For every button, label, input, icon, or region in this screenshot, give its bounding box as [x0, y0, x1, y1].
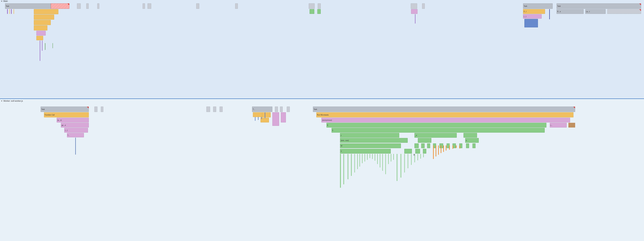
- main-right-f-l[interactable]: F...l: [523, 9, 545, 14]
- worker-tall-green-13: [375, 154, 375, 161]
- main-tick-9: [318, 4, 321, 9]
- worker-parens-1[interactable]: (...): [64, 128, 88, 132]
- worker-ft[interactable]: ft: [326, 123, 546, 128]
- main-right-blue-bar: [549, 9, 550, 19]
- worker-run-microtasks[interactable]: Run Microtasks: [316, 112, 574, 117]
- worker-ge-e[interactable]: ge...e: [61, 123, 89, 128]
- worker-blue-t-4: [265, 112, 265, 118]
- main-tick-2: [86, 4, 89, 9]
- main-tick-7: [235, 4, 238, 9]
- worker-tall-green-1: [340, 154, 341, 188]
- main-func-1[interactable]: [34, 9, 58, 14]
- worker-func-t-inner: [253, 112, 262, 117]
- worker-section-label: Worker: exif-worker.js: [4, 100, 23, 102]
- main-purple-bar-2: [42, 40, 42, 51]
- worker-tick-2: [101, 106, 103, 112]
- worker-tall-green-22: [400, 154, 401, 178]
- worker-collapse-icon: [1, 101, 2, 102]
- main-task-right-2[interactable]: Task: [556, 4, 641, 9]
- worker-parens-ft-label: (...: [550, 124, 552, 126]
- worker-orange-tall-10: [460, 146, 460, 148]
- it-label-area: It: [412, 149, 511, 161]
- it-label: It: [414, 154, 415, 156]
- worker-blue-bar: [75, 138, 76, 154]
- worker-anon-s[interactable]: (a...s): [57, 118, 89, 122]
- main-right-r-e[interactable]: R...e: [556, 9, 584, 14]
- worker-ft-label: ft: [327, 124, 328, 126]
- worker-f-dot[interactable]: f...: [67, 133, 84, 137]
- worker-tall-green-10: [367, 154, 368, 160]
- worker-purple-t: [272, 112, 279, 126]
- worker-anonymous[interactable]: (anonymous): [322, 118, 570, 122]
- worker-tick-6: [275, 106, 278, 112]
- worker-ano-ous-label: (ano...ous): [341, 140, 349, 142]
- main-green-right-1[interactable]: [310, 9, 314, 14]
- worker-ano-ous[interactable]: (ano...ous): [340, 138, 408, 143]
- worker-function-call[interactable]: Function Call: [44, 112, 89, 117]
- worker-v[interactable]: V: [340, 149, 391, 154]
- worker-ge-e-label: ge...e: [62, 124, 66, 126]
- worker-task-1-label: Task: [41, 108, 45, 110]
- worker-tall-green-7: [360, 154, 360, 166]
- main-task-right-1[interactable]: Task: [523, 4, 553, 9]
- main-bar-orange-1: [9, 9, 10, 14]
- worker-section-header[interactable]: Worker: exif-worker.js: [1, 100, 23, 102]
- worker-task-1[interactable]: Task: [40, 106, 89, 112]
- main-section-header[interactable]: Main: [1, 0, 8, 2]
- main-task-right-label-2: Task: [557, 5, 561, 7]
- worker-task-2-label: Task: [314, 108, 317, 110]
- worker-tall-green-17: [385, 154, 386, 174]
- worker-tick-8: [287, 106, 290, 112]
- worker-t-label: T...: [253, 108, 255, 110]
- worker-o[interactable]: o: [465, 138, 479, 143]
- worker-w[interactable]: W: [340, 144, 401, 148]
- main-tick-5: [148, 4, 151, 9]
- worker-z[interactable]: z: [340, 133, 399, 138]
- worker-w-sm-3: [427, 144, 430, 148]
- main-func-3[interactable]: [34, 20, 51, 25]
- worker-tall-green-4: [351, 154, 352, 176]
- worker-lt[interactable]: lt: [332, 128, 545, 132]
- main-task-block-1[interactable]: Task: [5, 4, 51, 9]
- worker-w-label: W: [341, 145, 342, 147]
- worker-tall-green-20: [393, 154, 394, 160]
- main-green-right-2[interactable]: [317, 9, 321, 14]
- main-right-extra: [607, 9, 641, 14]
- worker-orange-tall-9: [456, 146, 456, 148]
- worker-parens-1-label: (...): [65, 130, 68, 131]
- main-purple-1[interactable]: [36, 31, 46, 36]
- worker-t-block[interactable]: T...: [252, 106, 272, 112]
- worker-tall-green-8: [362, 154, 362, 163]
- main-func-4[interactable]: [34, 25, 47, 30]
- main-task-right-label-1: Task: [524, 5, 527, 7]
- main-purple-mid[interactable]: [411, 9, 418, 14]
- main-purple-mid-bar: [415, 14, 416, 24]
- worker-parens-ft[interactable]: (...: [550, 123, 567, 128]
- worker-v-sm-1: [404, 149, 412, 154]
- main-right-la-t[interactable]: La...t: [585, 9, 606, 14]
- worker-orange-tall-8: [452, 146, 453, 149]
- worker-tick-7: [280, 106, 283, 112]
- main-func-2[interactable]: [34, 14, 54, 20]
- worker-anon-s-label: (a...s): [57, 119, 62, 121]
- timeline-container: Main Task Task Task F...l: [0, 0, 644, 241]
- main-func-5[interactable]: [36, 36, 43, 40]
- worker-tall-green-19: [391, 154, 391, 162]
- worker-tick-3: [206, 106, 210, 112]
- main-right-blue[interactable]: [524, 19, 538, 28]
- main-bar-orange-2: [14, 9, 14, 14]
- main-collapse-icon: [1, 1, 2, 2]
- worker-green-sm-1: [464, 133, 477, 138]
- worker-v-label: V: [341, 150, 342, 152]
- worker-tall-green-14: [377, 154, 378, 164]
- worker-brown-block: [568, 123, 575, 128]
- worker-_e[interactable]: _e: [414, 133, 457, 138]
- main-bar-purple-2: [11, 9, 12, 14]
- worker-w-sm-2: [421, 144, 424, 148]
- main-right-parens[interactable]: (...): [523, 14, 542, 18]
- main-section-label: Main: [4, 0, 8, 2]
- worker-tall-green-25: [411, 154, 412, 165]
- main-tick-6: [196, 4, 199, 9]
- main-section-bg: [0, 0, 644, 98]
- worker-task-2[interactable]: Task: [313, 106, 575, 112]
